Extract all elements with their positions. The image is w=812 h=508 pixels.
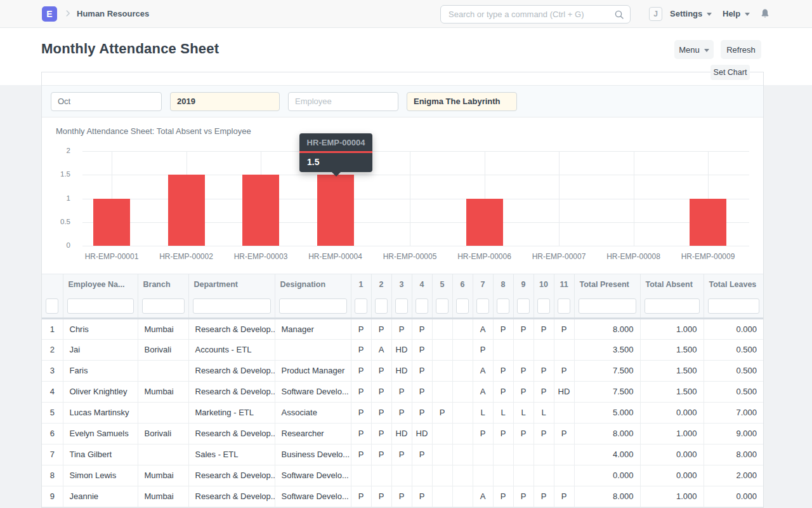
day-7-cell[interactable]: L [473, 402, 493, 423]
day-3-cell[interactable] [391, 465, 412, 486]
day-5-cell[interactable] [432, 381, 452, 402]
day-8-cell[interactable]: P [493, 360, 513, 381]
column-header-designation[interactable]: Designation [275, 274, 351, 295]
employee-name-cell[interactable]: Evelyn Samuels [63, 423, 138, 444]
day-10-cell[interactable]: P [534, 381, 554, 402]
employee-name-cell[interactable]: Oliver Knightley [63, 381, 138, 402]
chart-bar-HR-EMP-00006[interactable] [466, 199, 503, 246]
day-10-cell[interactable]: P [534, 318, 554, 339]
branch-cell[interactable] [138, 444, 188, 465]
column-header-5[interactable]: 5 [432, 274, 452, 295]
column-header-3[interactable]: 3 [391, 274, 412, 295]
day-4-cell[interactable] [412, 465, 432, 486]
day-11-cell[interactable]: P [554, 318, 574, 339]
total-present-cell[interactable]: 7.500 [574, 381, 640, 402]
breadcrumb-human-resources[interactable]: Human Resources [77, 9, 149, 18]
column-header-index[interactable] [42, 274, 63, 295]
day-8-cell[interactable]: L [493, 402, 513, 423]
row-index[interactable]: 1 [42, 318, 63, 339]
designation-cell[interactable]: Researcher [275, 423, 351, 444]
column-header-11[interactable]: 11 [554, 274, 574, 295]
total-leaves-cell[interactable]: 8.000 [704, 444, 763, 465]
row-index[interactable]: 5 [42, 402, 63, 423]
total-absent-cell[interactable]: 1.000 [640, 486, 704, 507]
total-leaves-cell[interactable]: 0.500 [704, 339, 763, 360]
day-4-cell[interactable]: P [412, 381, 432, 402]
column-filter-input[interactable] [193, 298, 271, 314]
day-8-cell[interactable] [493, 444, 513, 465]
day-7-cell[interactable]: A [473, 486, 493, 507]
day-2-cell[interactable]: P [371, 402, 391, 423]
total-present-cell[interactable]: 8.000 [574, 318, 640, 339]
employee-name-cell[interactable]: Lucas Martinsky [63, 402, 138, 423]
day-2-cell[interactable]: P [371, 360, 391, 381]
branch-cell[interactable]: Borivali [138, 339, 188, 360]
day-5-cell[interactable] [432, 360, 452, 381]
day-9-cell[interactable] [513, 465, 534, 486]
avatar[interactable]: J [649, 7, 662, 21]
settings-menu[interactable]: Settings [670, 9, 712, 18]
chart-bar-HR-EMP-00009[interactable] [690, 199, 726, 246]
column-filter-input[interactable] [279, 298, 347, 314]
day-7-cell[interactable]: P [473, 339, 493, 360]
day-6-cell[interactable] [452, 381, 473, 402]
day-9-cell[interactable]: P [513, 381, 534, 402]
branch-cell[interactable] [138, 360, 188, 381]
column-filter-input[interactable] [436, 298, 449, 314]
employee-name-cell[interactable]: Tina Gilbert [63, 444, 138, 465]
total-leaves-cell[interactable]: 2.000 [704, 465, 763, 486]
chart-bar-HR-EMP-00001[interactable] [93, 199, 130, 246]
column-header-department[interactable]: Department [188, 274, 275, 295]
branch-cell[interactable] [138, 402, 188, 423]
total-leaves-cell[interactable]: 0.500 [704, 360, 763, 381]
column-header-1[interactable]: 1 [351, 274, 371, 295]
day-3-cell[interactable]: HD [391, 360, 412, 381]
branch-cell[interactable]: Borivali [138, 423, 188, 444]
column-filter-input[interactable] [476, 298, 489, 314]
designation-cell[interactable]: Product Manager [275, 360, 351, 381]
day-7-cell[interactable]: A [473, 381, 493, 402]
column-filter-input[interactable] [142, 298, 185, 314]
day-10-cell[interactable] [534, 339, 554, 360]
day-8-cell[interactable]: P [493, 423, 513, 444]
department-cell[interactable]: Research & Develop... [188, 381, 275, 402]
notifications-bell-icon[interactable] [760, 8, 770, 22]
column-header-total-absent[interactable]: Total Absent [640, 274, 704, 295]
day-6-cell[interactable] [452, 465, 473, 486]
total-absent-cell[interactable]: 0.000 [640, 444, 704, 465]
day-9-cell[interactable]: P [513, 423, 534, 444]
total-absent-cell[interactable]: 1.000 [640, 318, 704, 339]
day-1-cell[interactable]: P [351, 339, 371, 360]
total-present-cell[interactable]: 5.000 [574, 402, 640, 423]
day-6-cell[interactable] [452, 423, 473, 444]
day-11-cell[interactable]: P [554, 360, 574, 381]
day-1-cell[interactable] [351, 465, 371, 486]
day-4-cell[interactable]: P [412, 339, 432, 360]
total-leaves-cell[interactable]: 7.000 [704, 402, 763, 423]
day-11-cell[interactable]: HD [554, 381, 574, 402]
month-filter-input[interactable] [51, 92, 162, 111]
search-icon[interactable] [614, 10, 624, 20]
day-3-cell[interactable]: P [391, 318, 412, 339]
day-2-cell[interactable]: P [371, 444, 391, 465]
day-9-cell[interactable] [513, 339, 534, 360]
total-present-cell[interactable]: 3.500 [574, 339, 640, 360]
day-10-cell[interactable]: P [534, 486, 554, 507]
column-header-branch[interactable]: Branch [138, 274, 188, 295]
day-2-cell[interactable]: P [371, 381, 391, 402]
day-11-cell[interactable] [554, 339, 574, 360]
day-7-cell[interactable]: A [473, 318, 493, 339]
designation-cell[interactable]: Manager [275, 318, 351, 339]
column-filter-input[interactable] [708, 298, 760, 314]
total-present-cell[interactable]: 8.000 [574, 423, 640, 444]
day-10-cell[interactable] [534, 465, 554, 486]
day-3-cell[interactable]: P [391, 486, 412, 507]
total-absent-cell[interactable]: 1.500 [640, 381, 704, 402]
column-filter-input[interactable] [395, 298, 408, 314]
employee-name-cell[interactable]: Jai [63, 339, 138, 360]
column-filter-input[interactable] [46, 298, 58, 314]
designation-cell[interactable]: Software Develo... [275, 486, 351, 507]
day-5-cell[interactable] [432, 486, 452, 507]
total-absent-cell[interactable]: 0.000 [640, 402, 704, 423]
department-cell[interactable]: Research & Develop... [188, 423, 275, 444]
